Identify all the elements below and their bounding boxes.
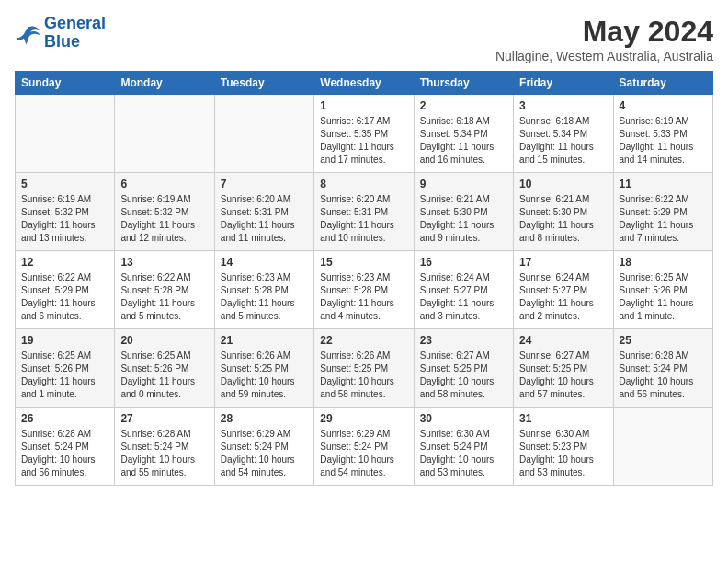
day-number: 13	[120, 256, 208, 269]
day-number: 15	[320, 256, 407, 269]
header-thursday: Thursday	[414, 72, 513, 95]
calendar-cell: 8Sunrise: 6:20 AM Sunset: 5:31 PM Daylig…	[314, 173, 414, 251]
calendar-cell: 23Sunrise: 6:27 AM Sunset: 5:25 PM Dayli…	[414, 329, 513, 408]
calendar-cell: 20Sunrise: 6:25 AM Sunset: 5:26 PM Dayli…	[115, 329, 214, 408]
day-info: Sunrise: 6:26 AM Sunset: 5:25 PM Dayligh…	[320, 350, 407, 401]
calendar-cell: 2Sunrise: 6:18 AM Sunset: 5:34 PM Daylig…	[414, 95, 513, 173]
calendar-cell: 4Sunrise: 6:19 AM Sunset: 5:33 PM Daylig…	[613, 95, 712, 173]
logo-line1: General	[44, 14, 106, 32]
day-info: Sunrise: 6:24 AM Sunset: 5:27 PM Dayligh…	[519, 271, 607, 323]
day-number: 14	[221, 256, 308, 269]
day-number: 10	[519, 178, 607, 190]
calendar-cell	[16, 95, 115, 173]
day-info: Sunrise: 6:22 AM Sunset: 5:29 PM Dayligh…	[21, 271, 108, 323]
calendar-cell: 16Sunrise: 6:24 AM Sunset: 5:27 PM Dayli…	[414, 251, 513, 329]
calendar-cell: 11Sunrise: 6:22 AM Sunset: 5:29 PM Dayli…	[613, 173, 712, 251]
day-number: 3	[519, 99, 607, 112]
day-info: Sunrise: 6:18 AM Sunset: 5:34 PM Dayligh…	[420, 115, 507, 167]
calendar-header-row: SundayMondayTuesdayWednesdayThursdayFrid…	[16, 72, 713, 95]
day-number: 25	[620, 334, 707, 347]
calendar-week-row: 1Sunrise: 6:17 AM Sunset: 5:35 PM Daylig…	[16, 95, 713, 173]
location-subtitle: Nullagine, Western Australia, Australia	[495, 49, 713, 63]
day-info: Sunrise: 6:28 AM Sunset: 5:24 PM Dayligh…	[21, 428, 108, 479]
day-info: Sunrise: 6:20 AM Sunset: 5:31 PM Dayligh…	[221, 193, 308, 245]
calendar-cell: 31Sunrise: 6:30 AM Sunset: 5:23 PM Dayli…	[514, 408, 613, 486]
day-number: 1	[320, 99, 407, 112]
day-info: Sunrise: 6:17 AM Sunset: 5:35 PM Dayligh…	[320, 115, 407, 167]
calendar-week-row: 19Sunrise: 6:25 AM Sunset: 5:26 PM Dayli…	[16, 329, 713, 408]
day-number: 29	[320, 412, 407, 425]
day-number: 26	[21, 412, 108, 425]
day-number: 6	[120, 178, 208, 190]
day-info: Sunrise: 6:23 AM Sunset: 5:28 PM Dayligh…	[320, 271, 407, 323]
calendar-cell: 13Sunrise: 6:22 AM Sunset: 5:28 PM Dayli…	[115, 251, 214, 329]
calendar-cell: 5Sunrise: 6:19 AM Sunset: 5:32 PM Daylig…	[16, 173, 115, 251]
logo-icon	[15, 20, 40, 46]
day-info: Sunrise: 6:29 AM Sunset: 5:24 PM Dayligh…	[320, 428, 407, 479]
day-info: Sunrise: 6:19 AM Sunset: 5:32 PM Dayligh…	[21, 193, 108, 245]
day-number: 28	[221, 412, 308, 425]
day-info: Sunrise: 6:27 AM Sunset: 5:25 PM Dayligh…	[420, 350, 507, 401]
calendar-cell: 29Sunrise: 6:29 AM Sunset: 5:24 PM Dayli…	[314, 408, 414, 486]
day-info: Sunrise: 6:19 AM Sunset: 5:32 PM Dayligh…	[120, 193, 208, 245]
calendar-cell: 3Sunrise: 6:18 AM Sunset: 5:34 PM Daylig…	[514, 95, 613, 173]
calendar-week-row: 12Sunrise: 6:22 AM Sunset: 5:29 PM Dayli…	[16, 251, 713, 329]
day-info: Sunrise: 6:29 AM Sunset: 5:24 PM Dayligh…	[221, 428, 308, 479]
day-info: Sunrise: 6:18 AM Sunset: 5:34 PM Dayligh…	[519, 115, 607, 167]
calendar-cell: 26Sunrise: 6:28 AM Sunset: 5:24 PM Dayli…	[16, 408, 115, 486]
calendar-cell: 17Sunrise: 6:24 AM Sunset: 5:27 PM Dayli…	[514, 251, 613, 329]
page-header: General Blue May 2024 Nullagine, Western…	[15, 15, 713, 63]
day-info: Sunrise: 6:26 AM Sunset: 5:25 PM Dayligh…	[221, 350, 308, 401]
day-number: 27	[120, 412, 208, 425]
day-info: Sunrise: 6:20 AM Sunset: 5:31 PM Dayligh…	[320, 193, 407, 245]
day-info: Sunrise: 6:21 AM Sunset: 5:30 PM Dayligh…	[420, 193, 507, 245]
day-number: 18	[620, 256, 707, 269]
calendar-cell: 25Sunrise: 6:28 AM Sunset: 5:24 PM Dayli…	[613, 329, 712, 408]
day-number: 7	[221, 178, 308, 190]
day-number: 9	[420, 178, 507, 190]
day-info: Sunrise: 6:30 AM Sunset: 5:23 PM Dayligh…	[519, 428, 607, 479]
day-info: Sunrise: 6:28 AM Sunset: 5:24 PM Dayligh…	[620, 350, 707, 401]
day-number: 22	[320, 334, 407, 347]
logo-line2: Blue	[44, 32, 80, 51]
calendar-cell: 9Sunrise: 6:21 AM Sunset: 5:30 PM Daylig…	[414, 173, 513, 251]
calendar-cell: 6Sunrise: 6:19 AM Sunset: 5:32 PM Daylig…	[115, 173, 214, 251]
calendar-cell: 22Sunrise: 6:26 AM Sunset: 5:25 PM Dayli…	[314, 329, 414, 408]
calendar-week-row: 26Sunrise: 6:28 AM Sunset: 5:24 PM Dayli…	[16, 408, 713, 486]
day-number: 19	[21, 334, 108, 347]
logo-text: General Blue	[44, 15, 106, 52]
day-number: 20	[120, 334, 208, 347]
calendar-week-row: 5Sunrise: 6:19 AM Sunset: 5:32 PM Daylig…	[16, 173, 713, 251]
day-number: 30	[420, 412, 507, 425]
calendar-cell: 10Sunrise: 6:21 AM Sunset: 5:30 PM Dayli…	[514, 173, 613, 251]
header-monday: Monday	[115, 72, 214, 95]
title-block: May 2024 Nullagine, Western Australia, A…	[495, 15, 713, 63]
day-number: 16	[420, 256, 507, 269]
logo: General Blue	[15, 15, 106, 52]
header-sunday: Sunday	[16, 72, 115, 95]
day-info: Sunrise: 6:19 AM Sunset: 5:33 PM Dayligh…	[620, 115, 707, 167]
day-info: Sunrise: 6:25 AM Sunset: 5:26 PM Dayligh…	[620, 271, 707, 323]
day-info: Sunrise: 6:30 AM Sunset: 5:24 PM Dayligh…	[420, 428, 507, 479]
calendar-cell: 15Sunrise: 6:23 AM Sunset: 5:28 PM Dayli…	[314, 251, 414, 329]
day-info: Sunrise: 6:24 AM Sunset: 5:27 PM Dayligh…	[420, 271, 507, 323]
header-tuesday: Tuesday	[214, 72, 313, 95]
day-number: 21	[221, 334, 308, 347]
calendar-cell: 30Sunrise: 6:30 AM Sunset: 5:24 PM Dayli…	[414, 408, 513, 486]
day-number: 17	[519, 256, 607, 269]
day-info: Sunrise: 6:28 AM Sunset: 5:24 PM Dayligh…	[120, 428, 208, 479]
calendar-cell: 14Sunrise: 6:23 AM Sunset: 5:28 PM Dayli…	[214, 251, 313, 329]
day-info: Sunrise: 6:22 AM Sunset: 5:28 PM Dayligh…	[120, 271, 208, 323]
day-number: 11	[620, 178, 707, 190]
calendar-table: SundayMondayTuesdayWednesdayThursdayFrid…	[15, 71, 713, 486]
day-number: 12	[21, 256, 108, 269]
calendar-cell: 12Sunrise: 6:22 AM Sunset: 5:29 PM Dayli…	[16, 251, 115, 329]
day-number: 5	[21, 178, 108, 190]
calendar-cell: 28Sunrise: 6:29 AM Sunset: 5:24 PM Dayli…	[214, 408, 313, 486]
day-info: Sunrise: 6:25 AM Sunset: 5:26 PM Dayligh…	[21, 350, 108, 401]
month-year-title: May 2024	[495, 15, 713, 49]
header-friday: Friday	[514, 72, 613, 95]
day-number: 31	[519, 412, 607, 425]
day-info: Sunrise: 6:27 AM Sunset: 5:25 PM Dayligh…	[519, 350, 607, 401]
calendar-cell	[115, 95, 214, 173]
